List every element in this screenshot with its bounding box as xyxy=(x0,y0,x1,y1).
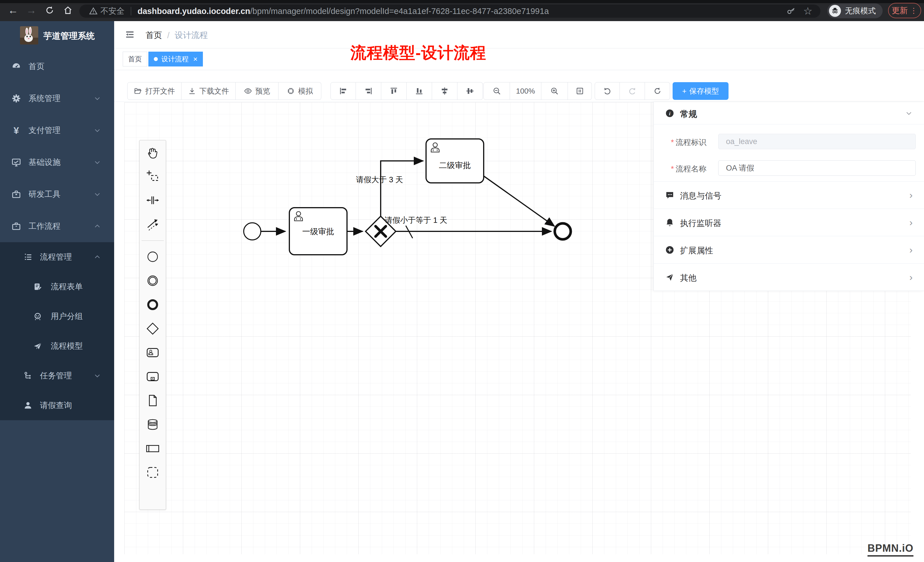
breadcrumb-home[interactable]: 首页 xyxy=(146,30,162,41)
sidebar-item-label: 流程模型 xyxy=(51,341,83,351)
bpmn-canvas[interactable]: 一级审批 二级审批 请假大于 3 天 请假小于等于 1 xyxy=(114,102,924,562)
sidebar-item-task-mgmt[interactable]: 任务管理 xyxy=(0,361,114,391)
browser-reload-icon[interactable] xyxy=(44,4,56,16)
group-icon[interactable] xyxy=(139,460,166,484)
user-task-level2[interactable]: 二级审批 xyxy=(426,139,484,183)
align-center-h-icon[interactable] xyxy=(432,82,458,100)
sidebar-item-infrastructure[interactable]: 基础设施 xyxy=(0,146,114,178)
folder-open-icon xyxy=(134,87,142,95)
bpmn-io-watermark[interactable]: BPMN.iO xyxy=(867,542,914,557)
svg-text:i: i xyxy=(669,111,670,116)
flow-label-gt3[interactable]: 请假大于 3 天 xyxy=(356,175,403,184)
start-event-icon[interactable] xyxy=(139,245,166,269)
sidebar-item-devtools[interactable]: 研发工具 xyxy=(0,178,114,210)
flow-label-le1[interactable]: 请假小于等于 1 天 xyxy=(385,216,447,225)
browser-forward-icon[interactable]: → xyxy=(25,4,38,16)
sidebar-item-label: 研发工具 xyxy=(28,189,60,200)
align-left-icon[interactable] xyxy=(330,82,356,100)
end-event-icon[interactable] xyxy=(139,293,166,317)
sidebar-item-workflow[interactable]: 工作流程 xyxy=(0,210,114,242)
breadcrumb: 首页 / 设计流程 xyxy=(146,30,208,41)
browser-back-icon[interactable]: ← xyxy=(7,4,20,16)
key-icon[interactable] xyxy=(786,6,796,16)
chevron-down-icon[interactable] xyxy=(905,109,913,117)
undo-icon[interactable] xyxy=(595,82,620,100)
zoom-in-icon[interactable] xyxy=(542,82,568,100)
align-right-icon[interactable] xyxy=(356,82,381,100)
task-label: 二级审批 xyxy=(439,161,471,170)
lasso-tool-icon[interactable] xyxy=(139,164,166,188)
sidebar-logo-row[interactable]: 芋道管理系统 xyxy=(0,21,114,51)
task-label: 一级审批 xyxy=(302,227,334,236)
section-extended-properties[interactable]: 扩展属性 › xyxy=(654,236,924,264)
zoom-out-icon[interactable] xyxy=(483,82,510,100)
redo-icon[interactable] xyxy=(620,82,645,100)
end-event[interactable] xyxy=(555,223,571,239)
process-name-input[interactable] xyxy=(718,160,916,176)
data-object-icon[interactable] xyxy=(139,388,166,412)
preview-button[interactable]: 预览 xyxy=(236,82,279,100)
app-header: 首页 / 设计流程 ? ▾ xyxy=(114,21,924,48)
user-icon xyxy=(23,401,33,410)
global-connect-icon[interactable] xyxy=(139,212,166,236)
subprocess-icon[interactable] xyxy=(139,364,166,388)
security-chip[interactable]: 不安全 xyxy=(89,6,124,16)
close-icon[interactable]: × xyxy=(193,55,198,64)
user-task-icon[interactable] xyxy=(139,341,166,364)
sidebar-item-payment[interactable]: ¥ 支付管理 xyxy=(0,114,114,146)
download-file-button[interactable]: 下载文件 xyxy=(182,82,236,100)
send-icon xyxy=(665,273,674,282)
section-execution-listener[interactable]: 执行监听器 › xyxy=(654,209,924,236)
browser-menu-icon[interactable]: ⋮ xyxy=(910,6,917,15)
tab-design-process[interactable]: 设计流程 × xyxy=(148,52,203,66)
align-center-v-icon[interactable] xyxy=(458,82,483,100)
bookmark-star-icon[interactable]: ☆ xyxy=(803,5,812,17)
start-event[interactable] xyxy=(244,223,261,240)
button-label: 打开文件 xyxy=(145,86,175,96)
flow-gateway-to-task2[interactable] xyxy=(381,161,423,216)
section-other[interactable]: 其他 › xyxy=(654,264,924,291)
section-title: 执行监听器 xyxy=(680,218,722,229)
sidebar-item-home[interactable]: 首页 xyxy=(0,51,114,82)
sidebar-item-process-model[interactable]: 流程模型 xyxy=(0,331,114,361)
flow-task2-to-end[interactable] xyxy=(484,176,555,226)
browser-address-bar[interactable]: 不安全 dashboard.yudao.iocoder.cn/bpm/manag… xyxy=(80,4,820,18)
sidebar-item-leave-query[interactable]: 请假查询 xyxy=(0,391,114,420)
section-messages-signals[interactable]: 消息与信号 › xyxy=(654,181,924,209)
restart-icon[interactable] xyxy=(645,82,670,100)
align-button-group xyxy=(330,82,483,100)
browser-update-button[interactable]: 更新 ⋮ xyxy=(888,3,921,18)
gateway-icon[interactable] xyxy=(139,317,166,341)
bpmn-palette xyxy=(139,140,166,510)
sidebar-item-process-form[interactable]: 流程表单 xyxy=(0,272,114,301)
process-key-input[interactable] xyxy=(718,134,916,149)
hand-tool-icon[interactable] xyxy=(139,140,166,164)
align-top-icon[interactable] xyxy=(381,82,406,100)
save-model-button[interactable]: + 保存模型 xyxy=(673,82,729,100)
tab-home[interactable]: 首页 xyxy=(123,52,147,66)
tab-label: 首页 xyxy=(128,54,142,64)
align-bottom-icon[interactable] xyxy=(406,82,432,100)
chevron-down-icon xyxy=(94,372,101,379)
incognito-icon xyxy=(829,5,841,17)
sidebar-item-process-mgmt[interactable]: 流程管理 xyxy=(0,242,114,272)
data-store-icon[interactable] xyxy=(139,412,166,436)
palette-separator xyxy=(141,236,164,245)
space-tool-icon[interactable] xyxy=(139,188,166,212)
open-file-button[interactable]: 打开文件 xyxy=(127,82,182,100)
browser-tabstrip xyxy=(0,0,924,3)
button-label: 预览 xyxy=(255,86,270,96)
sidebar-item-system[interactable]: 系统管理 xyxy=(0,82,114,114)
simulate-button[interactable]: 模拟 xyxy=(279,82,321,100)
browser-home-icon[interactable] xyxy=(62,4,74,16)
intermediate-event-icon[interactable] xyxy=(139,269,166,293)
user-task-level1[interactable]: 一级审批 xyxy=(290,208,347,255)
incognito-badge: 无痕模式 xyxy=(827,3,883,18)
collapse-menu-icon[interactable] xyxy=(124,29,135,40)
fit-viewport-icon[interactable] xyxy=(568,82,592,100)
section-general[interactable]: i 常规 xyxy=(654,102,924,124)
url-text[interactable]: dashboard.yudao.iocoder.cn/bpm/manager/m… xyxy=(138,7,549,16)
briefcase-icon xyxy=(11,221,21,231)
participant-icon[interactable] xyxy=(139,436,166,460)
sidebar-item-user-group[interactable]: 用户分组 xyxy=(0,301,114,331)
